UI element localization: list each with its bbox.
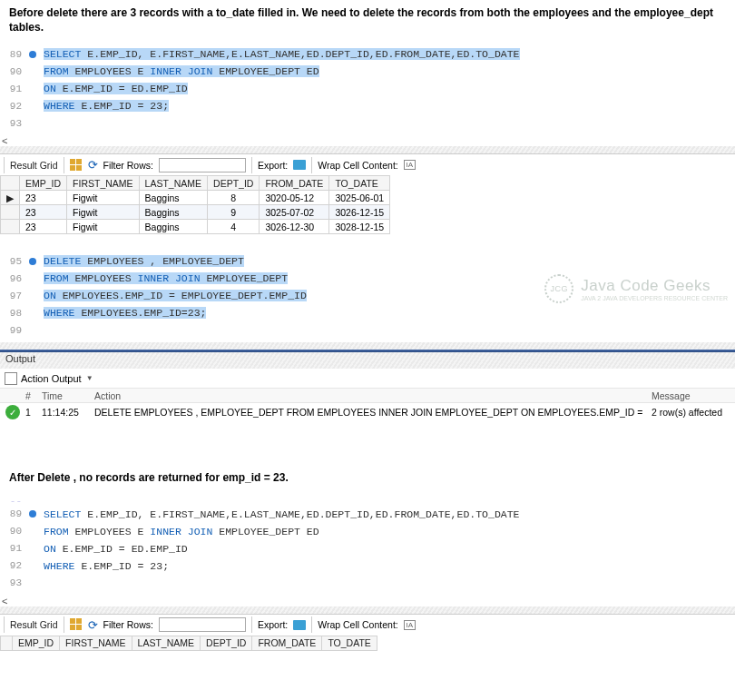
line-number: 93	[5, 118, 25, 129]
line-number: 89	[5, 508, 25, 519]
sql-editor-3[interactable]: -- 89SELECT E.EMP_ID, E.FIRST_NAME,E.LAS…	[0, 493, 735, 596]
export-label: Export:	[258, 160, 288, 171]
line-number: 97	[5, 291, 25, 301]
windows-icon[interactable]	[5, 373, 16, 384]
grid-icon[interactable]	[70, 618, 83, 631]
log-header: # Time Action Message	[0, 389, 735, 403]
line-number: 91	[5, 543, 25, 554]
filter-input[interactable]	[159, 158, 246, 173]
line-number: 90	[5, 66, 25, 77]
breakpoint-icon[interactable]	[29, 258, 36, 265]
line-number: 93	[5, 577, 25, 588]
action-output-bar: Action Output ▼	[0, 369, 735, 389]
caption-before: Before delete there are 3 records with a…	[0, 0, 735, 42]
output-panel-header: Output	[0, 352, 735, 369]
watermark: JCG Java Code GeeksJAVA 2 JAVA DEVELOPER…	[544, 274, 728, 303]
dropdown-icon[interactable]: ▼	[86, 374, 93, 382]
line-number: 90	[5, 526, 25, 537]
result-toolbar: Result Grid ⟳ Filter Rows: Export: Wrap …	[0, 153, 735, 175]
line-number: 92	[5, 560, 25, 571]
filter-input[interactable]	[159, 617, 246, 632]
caption-after: After Delete , no records are returned f…	[0, 465, 735, 492]
breakpoint-icon[interactable]	[29, 51, 36, 58]
result-toolbar-2: Result Grid ⟳ Filter Rows: Export: Wrap …	[0, 614, 735, 636]
wrap-icon[interactable]: IA	[404, 620, 416, 630]
scroll-left[interactable]: <	[0, 596, 735, 606]
line-number: 98	[5, 308, 25, 319]
result-grid-2[interactable]: EMP_IDFIRST_NAMELAST_NAMEDEPT_IDFROM_DAT…	[0, 636, 377, 651]
scroll-left[interactable]: <	[0, 135, 735, 146]
sql-editor-1[interactable]: 89SELECT E.EMP_ID, E.FIRST_NAME,E.LAST_N…	[0, 42, 735, 135]
action-output-label[interactable]: Action Output	[21, 373, 82, 384]
result-grid-label: Result Grid	[10, 160, 58, 171]
breakpoint-icon[interactable]	[29, 510, 36, 518]
export-icon[interactable]	[293, 620, 306, 630]
result-grid-1[interactable]: EMP_IDFIRST_NAMELAST_NAMEDEPT_IDFROM_DAT…	[0, 175, 390, 234]
line-number: 99	[5, 325, 25, 336]
table-row: ▶23FigwitBaggins83020-05-123025-06-01	[1, 191, 390, 205]
table-row: 23FigwitBaggins43026-12-303028-12-15	[1, 220, 390, 234]
line-number: 89	[5, 49, 25, 60]
wrap-icon[interactable]: IA	[404, 160, 416, 170]
table-row: 23FigwitBaggins93025-07-023026-12-15	[1, 205, 390, 220]
log-row[interactable]: ✓ 1 11:14:25 DELETE EMPLOYEES , EMPLOYEE…	[0, 403, 735, 421]
line-number: 92	[5, 101, 25, 112]
table-header: EMP_IDFIRST_NAMELAST_NAMEDEPT_IDFROM_DAT…	[1, 636, 377, 650]
line-number: 91	[5, 84, 25, 94]
grid-icon[interactable]	[70, 159, 83, 172]
refresh-icon[interactable]: ⟳	[88, 158, 98, 172]
success-icon: ✓	[5, 405, 20, 419]
export-icon[interactable]	[293, 160, 306, 170]
line-number: 95	[5, 256, 25, 267]
refresh-icon[interactable]: ⟳	[88, 618, 98, 632]
filter-label: Filter Rows:	[103, 160, 153, 171]
wrap-label: Wrap Cell Content:	[318, 160, 398, 171]
line-number: 96	[5, 273, 25, 284]
table-header: EMP_IDFIRST_NAMELAST_NAMEDEPT_IDFROM_DAT…	[1, 176, 390, 191]
